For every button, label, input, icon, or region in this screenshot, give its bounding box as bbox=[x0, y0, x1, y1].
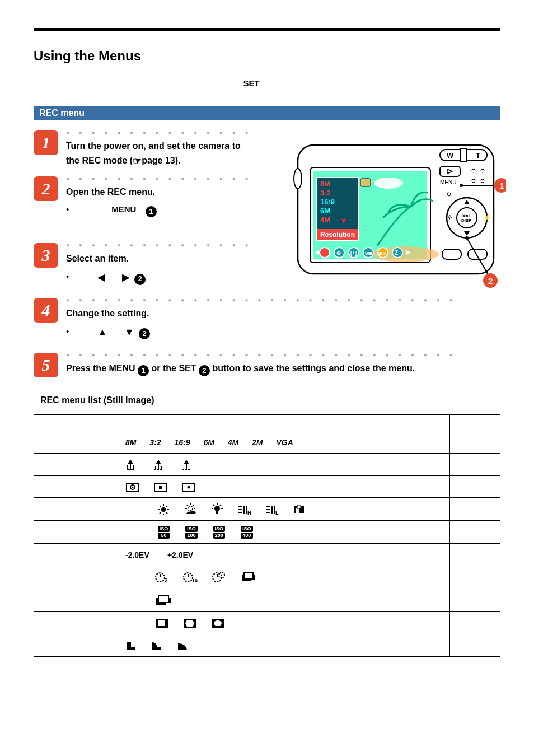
dots-4: ● ● ● ● ● ● ● ● ● ● ● ● ● ● ● ● ● ● ● ● … bbox=[66, 297, 458, 304]
svg-rect-128 bbox=[253, 575, 255, 580]
set-word: SET bbox=[243, 78, 259, 88]
dots-3: ● ● ● ● ● ● ● ● ● ● ● ● ● ● ● ● ● ● ● ● … bbox=[66, 242, 256, 249]
wb-daylight-icon bbox=[157, 503, 170, 516]
metering-spot-icon bbox=[181, 482, 196, 493]
step1-head: Turn the power on, and set the camera to… bbox=[66, 139, 256, 169]
aeb-icon bbox=[154, 595, 171, 606]
table-row: Exposure -2.0EV~ +2.0EV 27 bbox=[34, 543, 500, 566]
svg-line-93 bbox=[187, 505, 188, 506]
svg-text:10: 10 bbox=[192, 578, 198, 584]
callout-1-icon-b: 1 bbox=[138, 365, 149, 376]
step-badge-3: 3 bbox=[34, 243, 58, 268]
intro-text: When a menu is displayed, the four-way c… bbox=[34, 77, 500, 90]
svg-rect-77 bbox=[159, 486, 162, 489]
step-5: 5 ● ● ● ● ● ● ● ● ● ● ● ● ● ● ● ● ● ● ● … bbox=[34, 351, 500, 380]
step4-sub: • Press ▲ or ▼ 2 to change the setting. bbox=[66, 324, 500, 340]
svg-rect-96 bbox=[216, 511, 218, 514]
svg-point-79 bbox=[187, 486, 190, 489]
svg-point-80 bbox=[161, 507, 166, 512]
step-1: 1 ● ● ● ● ● ● ● ● ● ● ● ● ● ● ● ● ● ● ● … bbox=[34, 128, 500, 172]
callout-2-icon-c: 2 bbox=[199, 365, 210, 376]
highlight-3-icon bbox=[210, 618, 225, 629]
step-4: 4 ● ● ● ● ● ● ● ● ● ● ● ● ● ● ● ● ● ● ● … bbox=[34, 296, 500, 348]
svg-point-75 bbox=[132, 487, 134, 488]
iso-400-icon: ISO400 bbox=[241, 525, 253, 539]
burst-icon bbox=[241, 572, 256, 583]
step-2: 2 ● ● ● ● ● ● ● ● ● ● ● ● ● ● ● ● ● ● ● … bbox=[34, 174, 500, 239]
left-arrow-icon: ◀ bbox=[97, 272, 105, 283]
wb-custom-icon bbox=[293, 504, 306, 515]
svg-line-85 bbox=[160, 506, 161, 507]
highlight-2-icon bbox=[182, 618, 197, 629]
svg-rect-131 bbox=[168, 598, 171, 603]
th-item: Menu Item bbox=[34, 414, 115, 431]
svg-rect-130 bbox=[158, 596, 168, 603]
dots-5: ● ● ● ● ● ● ● ● ● ● ● ● ● ● ● ● ● ● ● ● … bbox=[66, 352, 458, 358]
svg-line-88 bbox=[166, 506, 167, 507]
timer-double-icon bbox=[212, 571, 227, 584]
table-row: Metering 25 bbox=[34, 475, 500, 498]
svg-rect-127 bbox=[244, 573, 253, 579]
page-number: 15 bbox=[34, 674, 500, 683]
svg-rect-133 bbox=[158, 620, 165, 626]
step2-sub: • Press the MENU 1 button, then use the … bbox=[66, 203, 256, 231]
page-title: Using the Menus bbox=[34, 48, 500, 64]
quality-normal-icon bbox=[153, 460, 168, 470]
svg-text:L: L bbox=[275, 510, 279, 516]
dots-1: ● ● ● ● ● ● ● ● ● ● ● ● ● ● ● ● ● ● ● ● … bbox=[66, 129, 256, 136]
sharp-hard-icon bbox=[125, 640, 138, 651]
step5-head: Press the MENU 1 or the SET 2 button to … bbox=[66, 362, 500, 376]
svg-line-86 bbox=[166, 512, 167, 514]
svg-point-89 bbox=[188, 506, 193, 511]
iso-200-icon: ISO200 bbox=[213, 525, 226, 539]
right-arrow-icon: ▶ bbox=[122, 272, 130, 283]
wb-cloudy-icon bbox=[184, 503, 197, 516]
svg-line-94 bbox=[193, 505, 194, 506]
table-row: White Balance Auto H L 26 bbox=[34, 498, 500, 521]
step-badge-2: 2 bbox=[34, 176, 58, 201]
table-row: Resolution 8M 3:2 16:9 6M 4M 2M VGA 22 bbox=[34, 431, 500, 454]
wb-fluor-h-icon: H bbox=[237, 503, 251, 516]
svg-marker-62 bbox=[129, 460, 132, 463]
quality-fine-icon bbox=[125, 460, 140, 470]
callout-2-icon-b: 2 bbox=[139, 328, 150, 339]
timer-2s-icon: 2 bbox=[154, 571, 169, 584]
svg-line-101 bbox=[220, 505, 221, 506]
table-row: Quality 22 bbox=[34, 454, 500, 476]
rec-menu-bar: REC menu bbox=[34, 106, 500, 120]
wb-fluor-l-icon: L bbox=[265, 503, 279, 516]
step2-head: Open the REC menu. bbox=[66, 185, 256, 199]
metering-multi-icon bbox=[125, 482, 140, 493]
iso-50-icon: ISO50 bbox=[158, 525, 170, 539]
step3-head: Select an item. bbox=[66, 252, 256, 266]
svg-line-87 bbox=[160, 512, 161, 514]
svg-marker-67 bbox=[157, 461, 160, 464]
sharp-soft-icon bbox=[177, 640, 189, 651]
th-page: Ref. Page bbox=[450, 414, 500, 431]
th-setting: Available Setting bbox=[115, 414, 450, 431]
table-row: Sharpness 28 bbox=[34, 634, 500, 656]
callout-1-icon: 1 bbox=[146, 206, 157, 217]
step4-head: Change the setting. bbox=[66, 307, 500, 321]
down-arrow-icon: ▼ bbox=[124, 326, 134, 338]
top-rule bbox=[34, 28, 500, 31]
finger-icon: ☞ bbox=[133, 154, 142, 170]
sharp-normal-icon bbox=[151, 640, 163, 651]
table-row: Highlight OFF 28 bbox=[34, 612, 500, 634]
svg-rect-115 bbox=[296, 508, 299, 513]
svg-point-136 bbox=[214, 620, 222, 626]
step-3: 3 ● ● ● ● ● ● ● ● ● ● ● ● ● ● ● ● ● ● ● … bbox=[34, 241, 500, 293]
dots-2: ● ● ● ● ● ● ● ● ● ● ● ● ● ● ● ● ● ● ● ● … bbox=[66, 175, 256, 182]
highlight-1-icon bbox=[154, 618, 169, 629]
table-row: Drive Mode OFF 2 10 36 bbox=[34, 566, 500, 589]
iso-100-icon: ISO100 bbox=[185, 525, 198, 539]
timer-10s-icon: 10 bbox=[182, 571, 198, 584]
svg-text:H: H bbox=[247, 510, 251, 516]
rec-menu-table: Menu Item Available Setting Ref. Page Re… bbox=[34, 414, 500, 657]
svg-rect-116 bbox=[297, 505, 301, 508]
svg-line-100 bbox=[213, 505, 214, 506]
table-row: ISO Auto ISO50 ISO100 ISO200 ISO400 26 bbox=[34, 521, 500, 544]
svg-marker-71 bbox=[185, 461, 188, 464]
step-badge-5: 5 bbox=[34, 353, 58, 377]
svg-text:2: 2 bbox=[165, 577, 168, 584]
